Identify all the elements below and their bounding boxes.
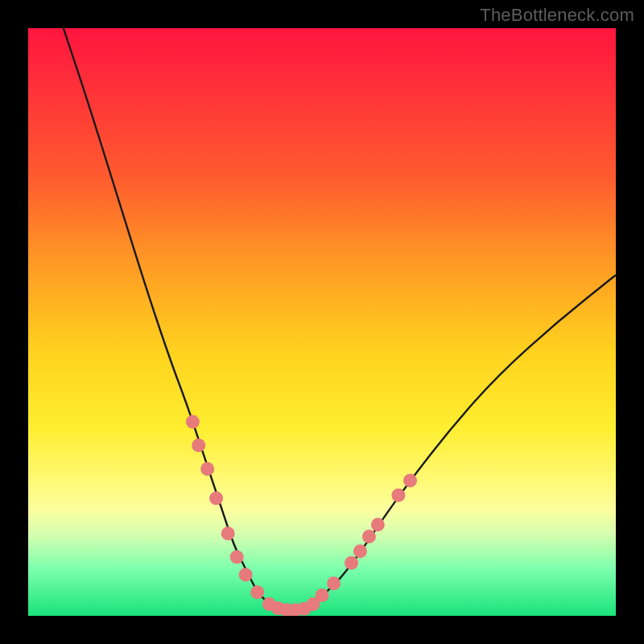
curve-marker (280, 603, 294, 616)
curve-marker (307, 597, 320, 611)
curve-marker (345, 556, 358, 570)
curve-marker (262, 597, 276, 611)
curve-marker (192, 439, 205, 452)
plot-area (28, 28, 616, 616)
curve-marker (200, 462, 214, 476)
chart-frame: TheBottleneck.com (0, 0, 644, 644)
curve-marker (250, 585, 264, 599)
curve-marker (362, 530, 376, 543)
curve-marker (221, 526, 235, 540)
curve-marker (391, 489, 405, 502)
watermark-text: TheBottleneck.com (480, 5, 634, 26)
curve-marker (298, 602, 312, 616)
curve-marker (186, 415, 200, 429)
curve-marker (230, 551, 244, 564)
curve-svg (28, 28, 616, 616)
curve-marker (289, 603, 303, 616)
curve-marker (403, 474, 417, 488)
curve-markers (186, 415, 417, 616)
curve-marker (353, 544, 367, 558)
curve-marker (209, 492, 223, 506)
curve-marker (239, 568, 253, 581)
bottleneck-curve (64, 28, 616, 610)
curve-marker (316, 588, 329, 602)
curve-marker (327, 576, 341, 590)
curve-marker (271, 601, 285, 615)
curve-marker (371, 518, 385, 531)
